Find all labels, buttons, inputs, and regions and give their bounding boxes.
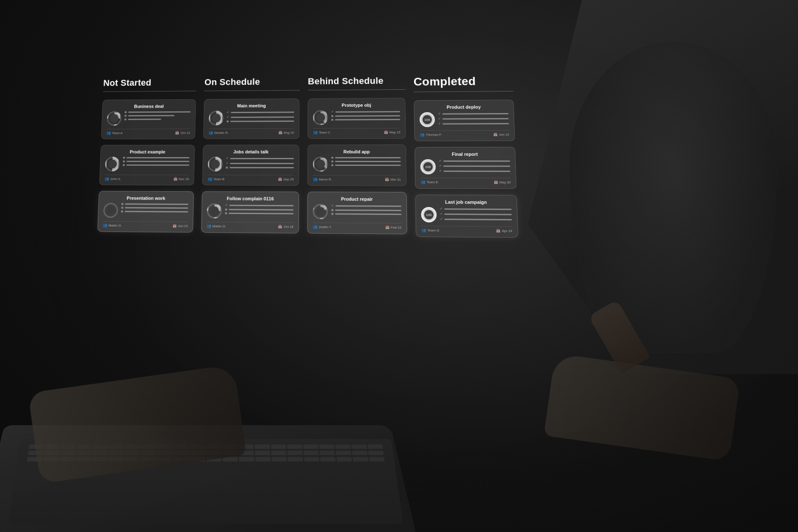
people-icon: 👥 — [313, 177, 318, 181]
task-list — [123, 157, 189, 166]
progress-indicator: 100 — [420, 159, 436, 174]
card-team: 👥 John S. — [105, 177, 121, 181]
card-jobs-details[interactable]: Jobs details talk ✓ ✓ 👥 Team B 📅 — [202, 145, 299, 186]
card-product-repair[interactable]: Product repair ✓ 👥 Justim T. 📅 — [307, 192, 407, 234]
column-on-schedule: On Schedule Main meeting ✓ ✓ 👥 Declan R. — [201, 76, 300, 242]
card-follow-complain[interactable]: Follow complain 0116 ✓ 👥 Martin O. 📅 — [201, 191, 299, 233]
progress-indicator — [207, 203, 222, 218]
card-team: 👥 Martin O. — [103, 223, 122, 227]
card-title: Prototype obj — [313, 102, 400, 108]
calendar-icon: 📅 — [493, 133, 498, 136]
card-title: Product deploy — [419, 104, 508, 110]
card-product-example[interactable]: Product example 👥 John S. 📅 No — [99, 145, 195, 186]
task-list: ✓ — [331, 204, 401, 215]
progress-indicator — [209, 111, 224, 125]
progress-indicator — [105, 157, 120, 171]
card-date: 📅 Jun 23 — [172, 224, 188, 228]
people-icon: 👥 — [207, 177, 212, 181]
card-title: Buniness deal — [107, 103, 191, 109]
card-date: 📅 Apr 24 — [496, 229, 512, 233]
card-title: Presentation work — [104, 195, 189, 201]
card-team: 👥 Team B — [207, 177, 224, 181]
card-last-job-campaign[interactable]: Last job campaign 100 ✓ ✓ ✓ 👥 Team D 📅 — [415, 195, 518, 238]
card-team: 👥 Aaron R. — [313, 177, 332, 181]
card-date: 📅 May 15 — [384, 130, 400, 134]
task-list — [121, 203, 188, 213]
card-title: Rebuild app — [313, 149, 401, 154]
people-icon: 👥 — [105, 177, 109, 181]
task-list: ✓ — [225, 204, 293, 215]
calendar-icon: 📅 — [175, 131, 180, 135]
card-title: Product repair — [313, 196, 401, 202]
kanban-board: Not Started Buniness deal 👥 Team A — [97, 74, 518, 244]
card-date: 📅 Nov 19 — [173, 177, 189, 181]
body-shape — [569, 42, 777, 353]
card-team: 👥 Thomas P. — [420, 133, 442, 137]
progress-indicator: 100 — [421, 207, 437, 222]
task-list: ✓ ✓ ✓ — [438, 112, 509, 126]
calendar-icon: 📅 — [172, 224, 177, 228]
card-title: Main meeting — [209, 103, 294, 108]
card-date: 📅 Jun 12 — [493, 133, 510, 136]
calendar-icon: 📅 — [384, 130, 388, 134]
task-list: ✓ ✓ — [226, 157, 294, 169]
card-team: 👥 Martin O. — [207, 224, 226, 228]
card-date: 📅 Oct 18 — [278, 224, 293, 228]
column-not-started: Not Started Buniness deal 👥 Team A — [97, 77, 197, 241]
calendar-icon: 📅 — [385, 177, 389, 181]
people-icon: 👥 — [313, 224, 317, 229]
col-header-completed: Completed — [414, 74, 513, 92]
card-title: Final report — [420, 152, 510, 157]
card-team: 👥 Declan R. — [209, 131, 229, 135]
col-header-not-started: Not Started — [103, 77, 197, 92]
calendar-icon: 📅 — [173, 177, 177, 181]
progress-indicator — [103, 203, 118, 218]
card-final-report[interactable]: Final report 100 ✓ ✓ ✓ 👥 Team E 📅 — [414, 147, 517, 189]
calendar-icon: 📅 — [278, 224, 282, 228]
task-list — [331, 157, 401, 166]
card-team: 👥 Team E — [421, 180, 438, 184]
card-date: 📅 Feb 22 — [385, 225, 401, 229]
card-team: 👥 Team A — [106, 131, 123, 135]
calendar-icon: 📅 — [494, 180, 498, 184]
task-list: ✓ ✓ ✓ — [440, 207, 512, 221]
progress-indicator — [107, 111, 122, 126]
progress-indicator — [313, 204, 328, 219]
card-main-meeting[interactable]: Main meeting ✓ ✓ 👥 Declan R. 📅 A — [203, 99, 300, 139]
progress-indicator — [313, 110, 328, 125]
people-icon: 👥 — [313, 130, 318, 134]
progress-indicator: 100 — [419, 112, 435, 127]
card-product-deploy[interactable]: Product deploy 100 ✓ ✓ ✓ 👥 Thomas P. 📅 — [414, 100, 515, 141]
card-team: 👥 Team D — [421, 228, 439, 232]
card-title: Follow complain 0116 — [207, 196, 293, 201]
people-icon: 👥 — [209, 131, 213, 135]
card-team: 👥 Team C — [313, 130, 330, 134]
people-icon: 👥 — [207, 224, 211, 228]
card-rebuild-app[interactable]: Rebuild app 👥 Aaron R. 📅 Mar 3 — [308, 145, 406, 186]
card-date: 📅 May 30 — [494, 180, 511, 184]
progress-indicator — [208, 157, 223, 172]
task-list: ✓ ✓ — [227, 111, 294, 123]
card-presentation-work[interactable]: Presentation work 👥 Martin O. 📅 — [97, 191, 194, 232]
card-buniness-deal[interactable]: Buniness deal 👥 Team A 📅 Oct 1 — [101, 99, 196, 140]
task-list — [124, 111, 190, 121]
people-icon: 👥 — [106, 131, 111, 135]
col-header-on-schedule: On Schedule — [204, 76, 300, 91]
card-title: Product example — [106, 149, 190, 154]
card-title: Jobs details talk — [208, 149, 294, 154]
task-list: ✓ — [331, 110, 400, 121]
calendar-icon: 📅 — [278, 177, 282, 181]
calendar-icon: 📅 — [385, 225, 389, 229]
card-prototype-obj[interactable]: Prototype obj ✓ 👥 Team C 📅 May — [308, 98, 406, 139]
column-completed: Completed Product deploy 100 ✓ ✓ ✓ 👥 Tho… — [414, 74, 518, 244]
card-title: Last job campaign — [421, 200, 512, 205]
card-date: 📅 Aug 10 — [278, 131, 294, 134]
calendar-icon: 📅 — [496, 229, 501, 232]
progress-indicator — [313, 157, 328, 172]
card-date: 📅 Sep 25 — [278, 177, 293, 181]
card-team: 👥 Justim T. — [313, 224, 332, 229]
card-date: 📅 Mar 31 — [385, 177, 401, 181]
calendar-icon: 📅 — [278, 131, 282, 134]
task-list: ✓ ✓ ✓ — [439, 159, 510, 173]
people-icon: 👥 — [103, 223, 107, 227]
